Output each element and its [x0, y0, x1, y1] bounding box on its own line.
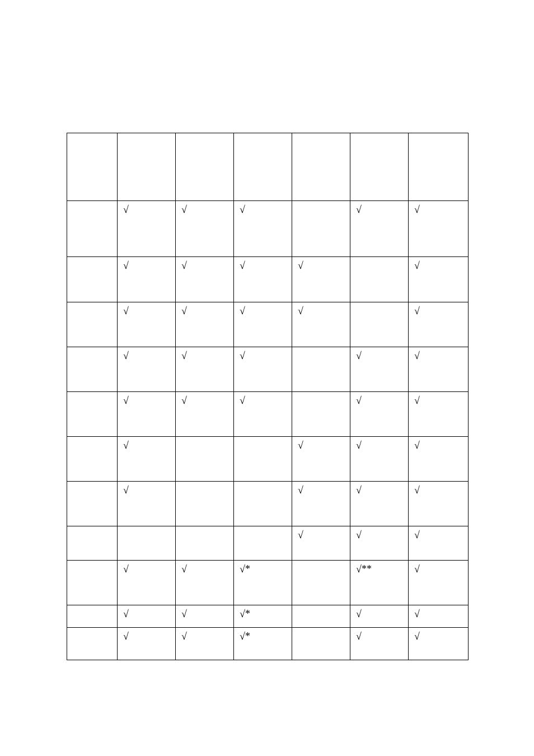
table-cell: √	[176, 201, 234, 257]
table-cell: √	[176, 628, 234, 660]
table-cell	[118, 526, 176, 561]
table-cell	[118, 133, 176, 201]
table-cell	[176, 482, 234, 526]
table-cell: √	[234, 302, 292, 347]
table-cell: √	[234, 347, 292, 392]
table-cell	[176, 526, 234, 561]
table-cell	[234, 526, 292, 561]
table-cell: √*	[234, 628, 292, 660]
table-cell: √	[350, 347, 409, 392]
table-cell: √	[409, 257, 469, 302]
table-cell	[234, 482, 292, 526]
table-cell: √	[118, 561, 176, 605]
table-cell: √	[118, 605, 176, 628]
table-cell	[67, 347, 118, 392]
table-cell: √	[350, 628, 409, 660]
table-cell: √	[292, 257, 350, 302]
table-cell	[409, 133, 469, 201]
table-cell	[292, 605, 350, 628]
table-cell	[67, 133, 118, 201]
table-cell: √	[409, 201, 469, 257]
table-cell: √	[350, 392, 409, 437]
table-cell	[67, 561, 118, 605]
table-cell: √	[292, 526, 350, 561]
table-cell: √	[118, 482, 176, 526]
table-cell: √	[350, 201, 409, 257]
table-cell	[176, 133, 234, 201]
table-cell: √	[118, 257, 176, 302]
table-cell: √*	[234, 561, 292, 605]
table-cell	[176, 437, 234, 482]
table-cell: √	[409, 628, 469, 660]
table-cell	[350, 257, 409, 302]
table-cell: √	[292, 437, 350, 482]
table-cell: √	[234, 257, 292, 302]
table-cell: √	[118, 347, 176, 392]
table-cell	[234, 133, 292, 201]
table-cell: √	[118, 628, 176, 660]
table-cell: √	[292, 302, 350, 347]
table-cell: √	[292, 482, 350, 526]
table-cell	[67, 201, 118, 257]
table-cell	[67, 526, 118, 561]
table-cell	[292, 561, 350, 605]
table-cell: √	[409, 347, 469, 392]
table-cell: √	[176, 392, 234, 437]
table-cell	[67, 302, 118, 347]
table-cell: √	[176, 302, 234, 347]
table-cell: √	[118, 392, 176, 437]
table-cell: √	[409, 392, 469, 437]
table-cell: √	[176, 347, 234, 392]
table-cell	[67, 437, 118, 482]
table-cell: √	[118, 302, 176, 347]
table-cell	[292, 392, 350, 437]
table-cell	[350, 133, 409, 201]
table-cell: √	[409, 526, 469, 561]
table-cell: √	[234, 392, 292, 437]
data-table: √√√√√√√√√√√√√√√√√√√√√√√√√√√√√√√√√√√√√√√*…	[67, 133, 469, 660]
table-cell: √	[176, 561, 234, 605]
table-cell	[292, 628, 350, 660]
table-cell: √	[409, 437, 469, 482]
table-cell	[67, 605, 118, 628]
table-cell: √	[409, 561, 469, 605]
table-cell	[292, 133, 350, 201]
table-cell: √	[350, 482, 409, 526]
table-cell: √	[176, 605, 234, 628]
table-cell: √**	[350, 561, 409, 605]
table-cell: √	[118, 201, 176, 257]
table-cell: √	[234, 201, 292, 257]
table-cell: √	[350, 437, 409, 482]
table-cell	[292, 347, 350, 392]
table-cell	[350, 302, 409, 347]
table-cell	[234, 437, 292, 482]
table-cell: √	[176, 257, 234, 302]
table-cell: √	[409, 302, 469, 347]
table-cell: √	[409, 482, 469, 526]
table-cell: √	[350, 605, 409, 628]
table-cell: √	[409, 605, 469, 628]
table-cell	[67, 257, 118, 302]
table-cell: √*	[234, 605, 292, 628]
table-cell	[67, 482, 118, 526]
table-cell	[292, 201, 350, 257]
table-cell: √	[118, 437, 176, 482]
table-cell: √	[350, 526, 409, 561]
table-cell	[67, 392, 118, 437]
table-cell	[67, 628, 118, 660]
